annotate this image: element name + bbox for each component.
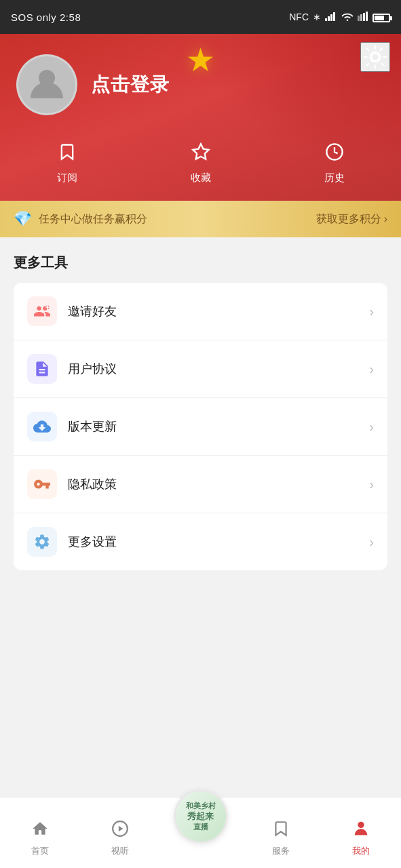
history-action[interactable]: 历史 — [267, 142, 401, 184]
login-button[interactable]: 点击登录 — [91, 72, 170, 98]
service-icon — [272, 820, 290, 842]
agreement-icon-container — [27, 354, 57, 384]
svg-rect-7 — [366, 12, 368, 21]
menu-item-settings[interactable]: 更多设置 › — [14, 513, 387, 570]
nfc-icon: NFC — [289, 12, 309, 22]
favorites-action[interactable]: 收藏 — [134, 142, 267, 184]
bottom-navigation: 首页 视听 和美乡村 秀起来 直播 服务 — [0, 797, 401, 868]
agreement-chevron-icon: › — [369, 361, 374, 377]
svg-rect-0 — [325, 18, 327, 21]
signal-bars-icon — [358, 12, 368, 23]
task-banner[interactable]: 💎 任务中心做任务赢积分 获取更多积分 › — [0, 201, 401, 237]
video-nav-label: 视听 — [111, 845, 129, 857]
more-tools-title: 更多工具 — [14, 254, 387, 272]
mine-icon — [351, 818, 370, 842]
subscribe-action[interactable]: 订阅 — [0, 142, 134, 184]
status-icons: NFC ∗ — [289, 12, 390, 23]
svg-rect-2 — [330, 14, 332, 21]
quick-actions-row: 订阅 收藏 历史 — [0, 132, 401, 201]
status-time: SOS only 2:58 — [11, 12, 81, 23]
task-banner-left: 💎 任务中心做任务赢积分 — [14, 210, 147, 228]
bookmark-icon — [58, 142, 77, 166]
agreement-label: 用户协议 — [68, 361, 369, 377]
settings-gear-button[interactable] — [360, 42, 390, 72]
nav-service[interactable]: 服务 — [241, 820, 321, 857]
invite-chevron-icon: › — [369, 304, 374, 319]
status-bar: SOS only 2:58 NFC ∗ — [0, 0, 401, 34]
diamond-icon: 💎 — [14, 210, 32, 228]
clock-icon — [325, 142, 344, 166]
update-label: 版本更新 — [68, 418, 369, 435]
profile-section[interactable]: 点击登录 — [0, 34, 401, 132]
svg-point-16 — [358, 822, 364, 828]
nav-mine[interactable]: 我的 — [321, 818, 401, 857]
center-line3: 直播 — [193, 822, 208, 831]
svg-rect-6 — [363, 13, 365, 21]
svg-marker-9 — [193, 144, 208, 159]
home-nav-label: 首页 — [31, 845, 49, 857]
privacy-chevron-icon: › — [369, 477, 374, 492]
settings-icon-container — [27, 527, 57, 557]
menu-item-agreement[interactable]: 用户协议 › — [14, 340, 387, 398]
header-area: ★ 点击登录 订阅 — [0, 34, 401, 237]
mine-nav-label: 我的 — [352, 845, 370, 857]
settings-label: 更多设置 — [68, 534, 369, 550]
menu-item-update[interactable]: 版本更新 › — [14, 398, 387, 456]
avatar — [16, 54, 77, 115]
privacy-icon-container — [27, 469, 57, 499]
svg-marker-15 — [119, 826, 123, 832]
service-nav-label: 服务 — [272, 845, 290, 857]
nav-video[interactable]: 视听 — [80, 820, 160, 857]
invite-label: 邀请好友 — [68, 303, 369, 319]
more-tools-section: 更多工具 邀请好友 › 用户协议 › — [0, 237, 401, 581]
update-chevron-icon: › — [369, 419, 374, 435]
svg-rect-3 — [333, 12, 335, 21]
star-icon — [191, 142, 210, 166]
history-label: 历史 — [324, 172, 345, 184]
center-line2: 秀起来 — [187, 811, 214, 823]
home-icon — [31, 820, 49, 842]
wifi-icon — [341, 12, 354, 23]
settings-chevron-icon: › — [369, 534, 374, 550]
svg-rect-5 — [360, 14, 362, 21]
menu-item-privacy[interactable]: 隐私政策 › — [14, 456, 387, 513]
center-broadcast-button[interactable]: 和美乡村 秀起来 直播 — [174, 789, 228, 844]
bluetooth-icon: ∗ — [313, 12, 321, 22]
center-line1: 和美乡村 — [186, 801, 216, 810]
signal-icon — [325, 12, 337, 23]
menu-list: 邀请好友 › 用户协议 › 版本更新 › — [14, 283, 387, 570]
nav-center[interactable]: 和美乡村 秀起来 直播 — [160, 789, 240, 844]
subscribe-label: 订阅 — [57, 172, 77, 184]
svg-rect-4 — [358, 16, 360, 21]
task-banner-text: 任务中心做任务赢积分 — [39, 212, 147, 226]
favorites-label: 收藏 — [191, 172, 211, 184]
task-action-text: 获取更多积分 — [316, 212, 381, 226]
video-icon — [111, 820, 129, 842]
nav-home[interactable]: 首页 — [0, 820, 80, 857]
privacy-label: 隐私政策 — [68, 476, 369, 492]
update-icon-container — [27, 412, 57, 441]
task-arrow-icon: › — [384, 213, 387, 225]
battery-status-icon — [373, 12, 390, 22]
avatar-placeholder-icon — [26, 63, 67, 106]
menu-item-invite[interactable]: 邀请好友 › — [14, 283, 387, 340]
task-banner-action[interactable]: 获取更多积分 › — [316, 212, 387, 226]
svg-rect-1 — [328, 16, 330, 21]
invite-icon-container — [27, 296, 57, 326]
